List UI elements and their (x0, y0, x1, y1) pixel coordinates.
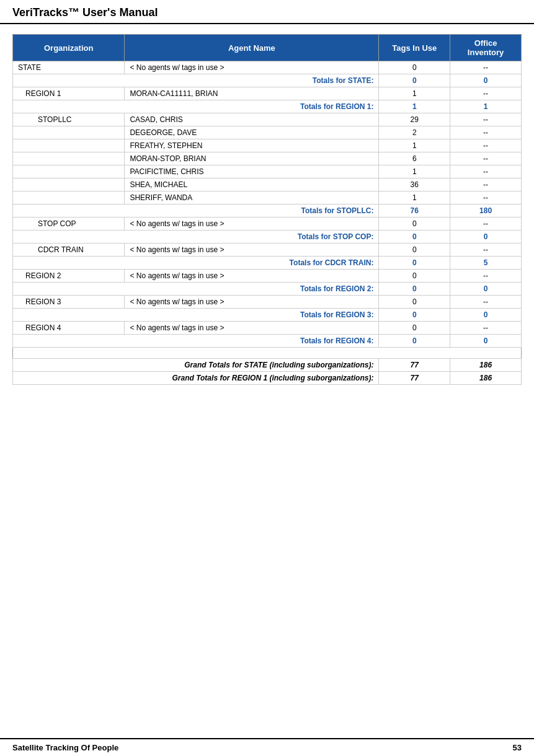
org-cell (13, 165, 125, 178)
agent-cell: SHEA, MICHAEL (125, 178, 379, 191)
report-table: Organization Agent Name Tags In Use Offi… (12, 34, 522, 385)
col-header-agent: Agent Name (125, 35, 379, 61)
tags-cell: 36 (379, 178, 450, 191)
totals-office: 0 (450, 283, 522, 296)
totals-row: Totals for CDCR TRAIN:05 (13, 257, 522, 270)
totals-office: 0 (450, 74, 522, 87)
agent-cell: MORAN-CA11111, BRIAN (125, 87, 379, 100)
totals-office: 0 (450, 309, 522, 322)
agent-cell: SHERIFF, WANDA (125, 191, 379, 204)
org-cell: REGION 1 (13, 87, 125, 100)
table-row: REGION 2< No agents w/ tags in use >0-- (13, 270, 522, 283)
totals-label: Totals for STOP COP: (13, 231, 379, 244)
totals-row: Totals for REGION 2:00 (13, 283, 522, 296)
table-row: FREATHY, STEPHEN1-- (13, 139, 522, 152)
grand-totals-tags: 77 (379, 372, 450, 385)
totals-tags: 0 (379, 283, 450, 296)
agent-cell: DEGEORGE, DAVE (125, 126, 379, 139)
grand-totals-row: Grand Totals for REGION 1 (including sub… (13, 372, 522, 385)
tags-cell: 6 (379, 152, 450, 165)
table-row: STOPLLCCASAD, CHRIS29-- (13, 113, 522, 126)
org-cell (13, 152, 125, 165)
totals-office: 5 (450, 257, 522, 270)
totals-label: Totals for REGION 3: (13, 309, 379, 322)
tags-cell: 0 (379, 322, 450, 335)
table-row: STOP COP< No agents w/ tags in use >0-- (13, 218, 522, 231)
totals-tags: 0 (379, 335, 450, 348)
grand-totals-office: 186 (450, 372, 522, 385)
col-header-tags: Tags In Use (379, 35, 450, 61)
agent-cell: CASAD, CHRIS (125, 113, 379, 126)
totals-label: Totals for STOPLLC: (13, 204, 379, 218)
footer-right: 53 (513, 743, 522, 752)
totals-label: Totals for REGION 4: (13, 335, 379, 348)
org-cell: REGION 2 (13, 270, 125, 283)
totals-tags: 0 (379, 74, 450, 87)
office-cell: -- (450, 113, 522, 126)
grand-totals-row: Grand Totals for STATE (including suborg… (13, 359, 522, 372)
org-cell (13, 139, 125, 152)
page-title: VeriTracks™ User's Manual (12, 6, 522, 19)
office-cell: -- (450, 296, 522, 309)
table-row: MORAN-STOP, BRIAN6-- (13, 152, 522, 165)
office-cell: -- (450, 218, 522, 231)
totals-row: Totals for REGION 1:11 (13, 100, 522, 113)
table-row: SHERIFF, WANDA1-- (13, 191, 522, 204)
table-row: SHEA, MICHAEL36-- (13, 178, 522, 191)
agent-cell: < No agents w/ tags in use > (125, 296, 379, 309)
org-cell: STATE (13, 61, 125, 74)
office-cell: -- (450, 178, 522, 191)
totals-row: Totals for STOP COP:00 (13, 231, 522, 244)
totals-tags: 1 (379, 100, 450, 113)
office-cell: -- (450, 191, 522, 204)
tags-cell: 2 (379, 126, 450, 139)
office-cell: -- (450, 61, 522, 74)
office-cell: -- (450, 87, 522, 100)
tags-cell: 0 (379, 61, 450, 74)
office-cell: -- (450, 165, 522, 178)
org-cell (13, 191, 125, 204)
totals-row: Totals for REGION 3:00 (13, 309, 522, 322)
org-cell: REGION 4 (13, 322, 125, 335)
org-cell (13, 178, 125, 191)
office-cell: -- (450, 322, 522, 335)
totals-office: 1 (450, 100, 522, 113)
page-header: VeriTracks™ User's Manual (0, 0, 534, 24)
org-cell: STOPLLC (13, 113, 125, 126)
office-cell: -- (450, 126, 522, 139)
agent-cell: < No agents w/ tags in use > (125, 244, 379, 257)
agent-cell: < No agents w/ tags in use > (125, 270, 379, 283)
tags-cell: 1 (379, 191, 450, 204)
table-row: PACIFICTIME, CHRIS1-- (13, 165, 522, 178)
table-row: CDCR TRAIN< No agents w/ tags in use >0-… (13, 244, 522, 257)
totals-label: Totals for REGION 1: (13, 100, 379, 113)
totals-office: 0 (450, 231, 522, 244)
totals-tags: 0 (379, 257, 450, 270)
col-header-office: Office Inventory (450, 35, 522, 61)
table-row: DEGEORGE, DAVE2-- (13, 126, 522, 139)
totals-office: 0 (450, 335, 522, 348)
agent-cell: < No agents w/ tags in use > (125, 218, 379, 231)
totals-label: Totals for STATE: (13, 74, 379, 87)
totals-tags: 76 (379, 204, 450, 218)
tags-cell: 1 (379, 165, 450, 178)
footer-left: Satellite Tracking Of People (12, 743, 118, 752)
tags-cell: 1 (379, 139, 450, 152)
totals-row: Totals for STOPLLC:76180 (13, 204, 522, 218)
agent-cell: < No agents w/ tags in use > (125, 322, 379, 335)
table-row: REGION 1MORAN-CA11111, BRIAN1-- (13, 87, 522, 100)
tags-cell: 0 (379, 296, 450, 309)
grand-totals-office: 186 (450, 359, 522, 372)
tags-cell: 29 (379, 113, 450, 126)
tags-cell: 0 (379, 270, 450, 283)
totals-row: Totals for REGION 4:00 (13, 335, 522, 348)
totals-tags: 0 (379, 231, 450, 244)
table-row: REGION 4< No agents w/ tags in use >0-- (13, 322, 522, 335)
table-row: STATE< No agents w/ tags in use >0-- (13, 61, 522, 74)
org-cell: CDCR TRAIN (13, 244, 125, 257)
tags-cell: 0 (379, 244, 450, 257)
table-row: REGION 3< No agents w/ tags in use >0-- (13, 296, 522, 309)
office-cell: -- (450, 244, 522, 257)
office-cell: -- (450, 152, 522, 165)
totals-office: 180 (450, 204, 522, 218)
